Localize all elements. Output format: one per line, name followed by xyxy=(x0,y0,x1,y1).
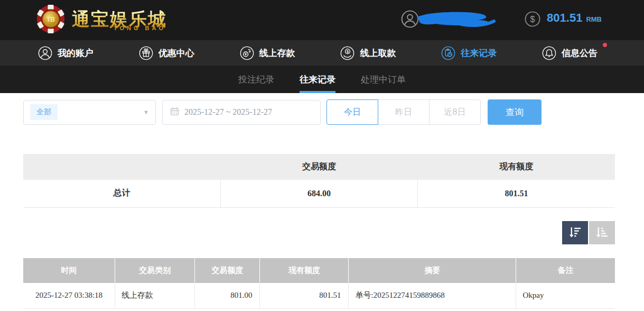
records-table: 时间 交易类别 交易额度 现有额度 摘要 备注 2025-12-27 03:38… xyxy=(23,258,615,309)
nav-item-transaction-records[interactable]: 往来记录 xyxy=(441,46,497,60)
nav-item-online-withdrawal[interactable]: $ 线上取款 xyxy=(340,46,396,60)
sort-desc-icon xyxy=(568,225,582,240)
selected-type-chip: 全部 xyxy=(30,104,58,120)
nav-label: 我的账户 xyxy=(58,47,94,59)
record-balance: 801.51 xyxy=(260,283,349,309)
calendar-icon xyxy=(170,107,179,118)
redacted-username-scribble xyxy=(414,10,497,31)
today-button[interactable]: 今日 xyxy=(326,99,378,125)
yesterday-button[interactable]: 昨日 xyxy=(378,99,430,125)
type-filter-dropdown[interactable]: 全部 ▼ xyxy=(23,100,156,125)
dollar-coin-icon: $ xyxy=(525,11,540,29)
col-balance: 现有额度 xyxy=(260,258,349,283)
record-time: 2025-12-27 03:38:18 xyxy=(23,283,115,309)
date-range-input[interactable]: 2025-12-27 ~ 2025-12-27 xyxy=(162,100,321,125)
record-note: Okpay xyxy=(516,283,615,309)
summary-total-label: 总计 xyxy=(23,180,220,207)
quick-date-button-group: 今日 昨日 近8日 xyxy=(326,99,481,125)
bell-icon xyxy=(542,46,556,60)
record-summary: 单号:202512274159889868 xyxy=(349,283,516,309)
sort-ascending-button[interactable] xyxy=(589,221,615,244)
summary-total-transaction: 684.00 xyxy=(220,180,417,207)
summary-header-transaction: 交易额度 xyxy=(220,154,417,180)
withdraw-coin-hand-icon: $ xyxy=(340,46,354,60)
col-note: 备注 xyxy=(516,258,615,283)
nav-label: 往来记录 xyxy=(461,47,497,59)
person-icon xyxy=(38,46,52,60)
brand-subtitle: TONG BAO xyxy=(114,25,166,31)
record-amount: 801.00 xyxy=(195,283,260,309)
clipboard-clock-icon xyxy=(441,46,455,60)
svg-text:$: $ xyxy=(530,14,535,24)
summary-header-empty xyxy=(23,154,220,180)
sort-controls xyxy=(23,221,615,244)
summary-total-balance: 801.51 xyxy=(418,180,615,207)
records-header-row: 时间 交易类别 交易额度 现有额度 摘要 备注 xyxy=(23,258,615,283)
top-bar: TB 通宝娱乐城 TONG BAO $ xyxy=(0,0,644,40)
nav-label: 线上取款 xyxy=(360,47,396,59)
tab-transaction-records[interactable]: 往来记录 xyxy=(300,66,335,93)
gift-icon xyxy=(139,46,153,60)
last-8-days-button[interactable]: 近8日 xyxy=(429,99,481,125)
col-summary: 摘要 xyxy=(349,258,516,283)
nav-label: 优惠中心 xyxy=(158,47,194,59)
summary-header-row: 交易额度 现有额度 xyxy=(23,154,615,180)
col-type: 交易类别 xyxy=(115,258,195,283)
summary-header-balance: 现有额度 xyxy=(418,154,615,180)
query-button[interactable]: 查询 xyxy=(488,99,542,125)
nav-label: 信息公告 xyxy=(562,47,598,59)
filter-bar: 全部 ▼ 2025-12-27 ~ 2025-12-27 今日 xyxy=(23,99,615,125)
col-time: 时间 xyxy=(23,258,115,283)
summary-total-row: 总计 684.00 801.51 xyxy=(23,180,615,207)
svg-text:¥: ¥ xyxy=(245,52,247,57)
table-row: 2025-12-27 03:38:18 线上存款 801.00 801.51 单… xyxy=(23,283,615,309)
chevron-down-icon: ▼ xyxy=(143,109,149,115)
brand-logo[interactable]: TB 通宝娱乐城 TONG BAO xyxy=(36,4,167,36)
poker-chip-icon: TB xyxy=(36,4,66,36)
tab-pending-orders[interactable]: 处理中订单 xyxy=(361,66,406,93)
user-account-area[interactable] xyxy=(401,10,497,31)
main-navigation: 我的账户 优惠中心 ¥ 线上存款 xyxy=(0,40,644,66)
deposit-coin-hand-icon: ¥ xyxy=(240,46,254,60)
svg-text:TB: TB xyxy=(46,16,55,23)
col-amount: 交易额度 xyxy=(195,258,260,283)
nav-item-promotions[interactable]: 优惠中心 xyxy=(139,46,194,60)
svg-text:$: $ xyxy=(347,49,349,54)
tab-betting-records[interactable]: 投注纪录 xyxy=(238,66,274,93)
record-type: 线上存款 xyxy=(115,283,195,309)
balance-display[interactable]: $ 801.51 RMB xyxy=(525,11,602,29)
summary-table: 交易额度 现有额度 总计 684.00 801.51 xyxy=(23,154,615,208)
notification-dot xyxy=(603,43,607,47)
nav-item-announcements[interactable]: 信息公告 xyxy=(542,46,598,60)
sort-descending-button[interactable] xyxy=(562,221,588,244)
balance-currency: RMB xyxy=(586,15,602,23)
nav-item-online-deposit[interactable]: ¥ 线上存款 xyxy=(240,46,295,60)
sub-navigation: 投注纪录 往来记录 处理中订单 xyxy=(0,66,644,93)
content-area: 全部 ▼ 2025-12-27 ~ 2025-12-27 今日 xyxy=(23,99,615,309)
sort-asc-icon xyxy=(595,225,609,240)
date-range-value: 2025-12-27 ~ 2025-12-27 xyxy=(184,107,272,117)
nav-item-my-account[interactable]: 我的账户 xyxy=(38,46,94,60)
balance-amount: 801.51 xyxy=(547,11,582,25)
nav-label: 线上存款 xyxy=(259,47,295,59)
